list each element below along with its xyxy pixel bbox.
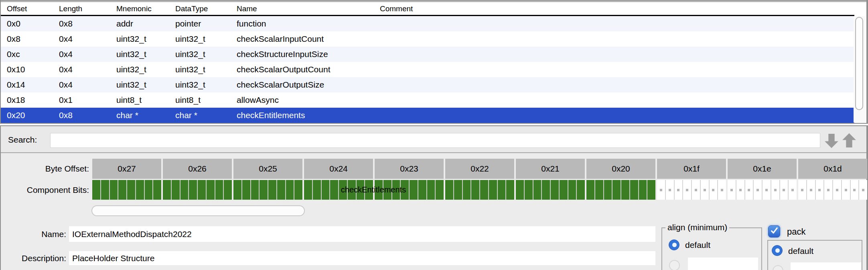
search-previous-button[interactable] — [842, 133, 857, 149]
bit-cell[interactable] — [454, 180, 462, 200]
bit-cell[interactable] — [207, 180, 215, 200]
bit-cell[interactable] — [647, 180, 655, 200]
bit-cell[interactable] — [118, 180, 126, 200]
bit-cell[interactable] — [127, 180, 135, 200]
bit-cell[interactable] — [242, 180, 250, 200]
bit-cell[interactable] — [745, 180, 753, 200]
bit-cell[interactable] — [816, 180, 824, 200]
bit-cell[interactable] — [780, 180, 788, 200]
bit-cell[interactable] — [322, 180, 330, 200]
bit-byte-group[interactable] — [516, 180, 585, 200]
bit-cell[interactable] — [153, 180, 161, 200]
column-header-offset[interactable]: Offset — [7, 2, 59, 16]
bit-cell[interactable] — [357, 180, 365, 200]
bit-cell[interactable] — [348, 180, 356, 200]
bit-byte-group[interactable] — [728, 180, 797, 200]
vertical-scrollbar-thumb[interactable] — [855, 17, 863, 110]
bit-cell[interactable] — [268, 180, 276, 200]
pack-label[interactable]: pack — [787, 226, 805, 238]
bit-cell[interactable] — [621, 180, 629, 200]
bit-cell[interactable] — [339, 180, 347, 200]
bit-cell[interactable] — [506, 180, 514, 200]
bit-cell[interactable] — [313, 180, 321, 200]
bit-cell[interactable] — [215, 180, 223, 200]
bit-cell[interactable] — [701, 180, 709, 200]
pack-default-radio[interactable] — [772, 245, 783, 256]
bit-cell[interactable] — [427, 180, 435, 200]
table-row[interactable]: 0xc0x4uint32_tuint32_tcheckStructureInpu… — [1, 47, 854, 62]
bit-cell[interactable] — [630, 180, 638, 200]
bit-cell[interactable] — [101, 180, 109, 200]
search-next-button[interactable] — [824, 133, 839, 149]
bit-cell[interactable] — [763, 180, 771, 200]
bit-cell[interactable] — [92, 180, 100, 200]
bit-cell[interactable] — [145, 180, 153, 200]
column-header-length[interactable]: Length — [59, 2, 116, 16]
bit-cell[interactable] — [251, 180, 259, 200]
bit-cell[interactable] — [604, 180, 612, 200]
bit-byte-group[interactable] — [233, 180, 302, 200]
bit-cell[interactable] — [480, 180, 488, 200]
table-row[interactable]: 0x180x1uint8_tuint8_tallowAsync — [1, 92, 854, 108]
table-row[interactable]: 0x200x8char *char *checkEntitlements — [1, 108, 854, 123]
bit-cell[interactable] — [401, 180, 409, 200]
bit-cell[interactable] — [383, 180, 391, 200]
vertical-scrollbar[interactable] — [854, 16, 866, 123]
bit-cell[interactable] — [375, 180, 383, 200]
bit-cell[interactable] — [330, 180, 338, 200]
bit-cell[interactable] — [498, 180, 506, 200]
bit-byte-group[interactable] — [304, 180, 373, 200]
bit-cell[interactable] — [612, 180, 621, 200]
bit-cell[interactable] — [718, 180, 726, 200]
bit-cell[interactable] — [533, 180, 541, 200]
bit-cell[interactable] — [754, 180, 762, 200]
bit-cell[interactable] — [463, 180, 471, 200]
bit-cell[interactable] — [392, 180, 400, 200]
bit-cell[interactable] — [771, 180, 779, 200]
bit-cell[interactable] — [789, 180, 797, 200]
bit-byte-group[interactable] — [798, 180, 867, 200]
bit-byte-group[interactable] — [586, 180, 655, 200]
bit-cell[interactable] — [489, 180, 497, 200]
bit-cell[interactable] — [736, 180, 744, 200]
bit-cell[interactable] — [198, 180, 206, 200]
split-pane-divider[interactable] — [0, 123, 868, 126]
bit-cell[interactable] — [286, 180, 294, 200]
table-row[interactable]: 0x00x8addrpointerfunction — [1, 16, 854, 31]
column-header-mnemonic[interactable]: Mnemonic — [116, 2, 175, 16]
bit-cell[interactable] — [294, 180, 302, 200]
description-input[interactable] — [69, 251, 655, 265]
bit-cell[interactable] — [542, 180, 550, 200]
pack-custom-value-input[interactable] — [791, 262, 861, 270]
bit-cell[interactable] — [842, 180, 850, 200]
column-header-datatype[interactable]: DataType — [175, 2, 237, 16]
bit-cell[interactable] — [471, 180, 479, 200]
bit-cell[interactable] — [136, 180, 144, 200]
align-custom-radio[interactable] — [669, 260, 680, 270]
bit-cell[interactable] — [692, 180, 700, 200]
bit-cell[interactable] — [851, 180, 859, 200]
column-header-name[interactable]: Name — [237, 2, 380, 16]
bit-cell[interactable] — [233, 180, 241, 200]
bit-byte-group[interactable] — [657, 180, 726, 200]
bit-cell[interactable] — [172, 180, 180, 200]
table-row[interactable]: 0x140x4uint32_tuint32_tcheckScalarOutput… — [1, 77, 854, 92]
bit-cell[interactable] — [639, 180, 647, 200]
bit-cell[interactable] — [410, 180, 418, 200]
bit-cell[interactable] — [824, 180, 832, 200]
bit-cell[interactable] — [277, 180, 285, 200]
bit-byte-group[interactable] — [445, 180, 514, 200]
bit-cell[interactable] — [568, 180, 576, 200]
bit-cell[interactable] — [798, 180, 806, 200]
bit-cell[interactable] — [577, 180, 585, 200]
align-custom-value-input[interactable] — [688, 258, 758, 270]
bit-cell[interactable] — [180, 180, 189, 200]
bit-cell[interactable] — [445, 180, 453, 200]
bit-cell[interactable] — [833, 180, 841, 200]
column-header-comment[interactable]: Comment — [380, 2, 854, 16]
bit-cell[interactable] — [436, 180, 444, 200]
name-input[interactable] — [69, 226, 655, 242]
table-row[interactable]: 0x100x4uint32_tuint32_tcheckScalarOutput… — [1, 62, 854, 77]
bit-cell[interactable] — [551, 180, 559, 200]
search-input[interactable] — [50, 133, 820, 148]
